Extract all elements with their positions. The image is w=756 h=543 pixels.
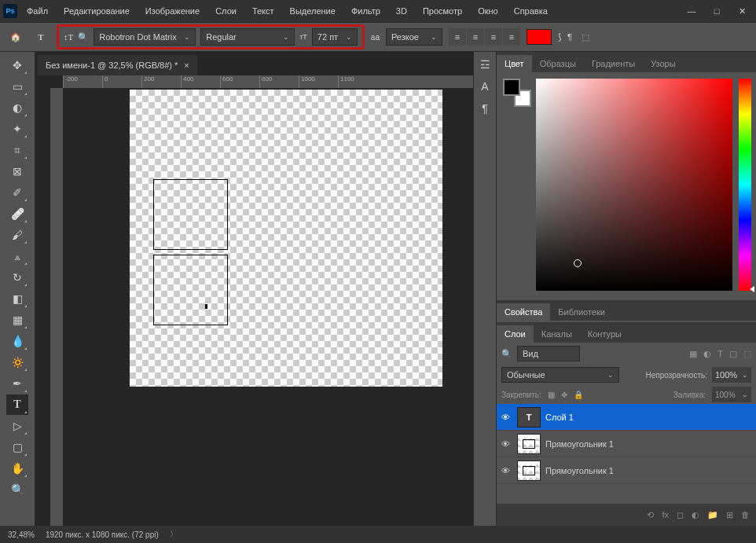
hue-slider-marker[interactable] bbox=[750, 286, 754, 292]
search-font-icon[interactable]: 🔍 bbox=[78, 32, 89, 42]
document-info[interactable]: 1920 пикс. x 1080 пикс. (72 ppi) bbox=[46, 530, 159, 539]
menu-image[interactable]: Изображение bbox=[142, 5, 203, 17]
blend-mode-dropdown[interactable]: Обычные ⌄ bbox=[501, 367, 619, 383]
menu-layers[interactable]: Слои bbox=[212, 5, 240, 17]
layer-name[interactable]: Прямоугольник 1 bbox=[545, 439, 614, 449]
wand-tool[interactable]: ✦ bbox=[6, 119, 28, 139]
layer-mask-icon[interactable]: ◻ bbox=[677, 510, 684, 520]
fg-bg-swatches[interactable] bbox=[503, 79, 531, 107]
eraser-tool[interactable]: ◧ bbox=[6, 288, 28, 309]
color-picker-cursor[interactable] bbox=[574, 259, 582, 267]
brush-tool[interactable]: 🖌 bbox=[6, 225, 28, 245]
color-field[interactable] bbox=[536, 79, 732, 291]
eye-icon[interactable]: 👁 bbox=[501, 439, 512, 449]
delete-layer-icon[interactable]: 🗑 bbox=[741, 510, 750, 519]
blur-tool[interactable]: 💧 bbox=[6, 331, 28, 351]
layer-thumbnail[interactable] bbox=[517, 460, 541, 481]
filter-smart-icon[interactable]: ⬚ bbox=[743, 349, 751, 359]
pen-tool[interactable]: ✒ bbox=[6, 373, 28, 394]
menu-text[interactable]: Текст bbox=[249, 5, 277, 17]
lock-pixels-icon[interactable]: ▦ bbox=[548, 391, 555, 399]
status-arrow-icon[interactable]: 〉 bbox=[170, 529, 178, 540]
group-icon[interactable]: 📁 bbox=[707, 510, 718, 520]
tab-swatches[interactable]: Образцы bbox=[532, 55, 584, 72]
rectangle-shape-1[interactable] bbox=[153, 179, 228, 250]
eye-icon[interactable]: 👁 bbox=[501, 466, 512, 475]
dodge-tool[interactable]: 🔅 bbox=[6, 352, 28, 372]
layer-thumbnail[interactable]: T bbox=[517, 407, 541, 427]
tool-preset-icon[interactable]: T bbox=[31, 28, 50, 46]
healing-tool[interactable]: 🩹 bbox=[6, 204, 28, 224]
close-button[interactable]: ✕ bbox=[731, 3, 753, 19]
menu-help[interactable]: Справка bbox=[511, 5, 551, 17]
shape-tool[interactable]: ▢ bbox=[6, 437, 28, 457]
filter-text-icon[interactable]: T bbox=[717, 349, 723, 359]
foreground-color[interactable] bbox=[503, 79, 520, 96]
align-center-button[interactable]: ≡ bbox=[467, 28, 484, 46]
tab-layers[interactable]: Слои bbox=[497, 325, 534, 343]
menu-3d[interactable]: 3D bbox=[393, 5, 410, 17]
tab-gradients[interactable]: Градиенты bbox=[584, 55, 643, 72]
rectangle-shape-2[interactable] bbox=[153, 255, 228, 325]
opacity-input[interactable]: 100% ⌄ bbox=[712, 367, 751, 383]
minimize-button[interactable]: — bbox=[681, 3, 703, 19]
text-orientation-icon[interactable]: ↕T bbox=[64, 32, 73, 42]
crop-tool[interactable]: ⌗ bbox=[6, 140, 28, 160]
marquee-tool[interactable]: ▭ bbox=[6, 76, 28, 97]
lasso-tool[interactable]: ◐ bbox=[6, 97, 28, 118]
canvas[interactable] bbox=[63, 88, 473, 526]
move-tool[interactable]: ✥ bbox=[6, 55, 28, 75]
hue-slider[interactable] bbox=[739, 79, 751, 291]
layer-style-icon[interactable]: fx bbox=[662, 510, 669, 519]
document-tab[interactable]: Без имени-1 @ 32,5% (RGB/8#) * × bbox=[38, 55, 197, 75]
lock-position-icon[interactable]: ✥ bbox=[561, 391, 567, 399]
gradient-tool[interactable]: ▦ bbox=[6, 310, 28, 330]
align-left-button[interactable]: ≡ bbox=[449, 28, 466, 46]
history-panel-icon[interactable]: ☲ bbox=[480, 58, 490, 71]
tab-color[interactable]: Цвет bbox=[497, 55, 532, 72]
history-brush-tool[interactable]: ↻ bbox=[6, 267, 28, 288]
tab-libraries[interactable]: Библиотеки bbox=[550, 303, 613, 321]
menu-view[interactable]: Просмотр bbox=[420, 5, 465, 17]
menu-file[interactable]: Файл bbox=[24, 5, 51, 17]
character-panel-icon[interactable]: ¶ bbox=[567, 32, 572, 42]
warp-text-icon[interactable]: ⟆ bbox=[558, 32, 561, 42]
search-icon[interactable]: 🔍 bbox=[501, 349, 512, 359]
align-right-button[interactable]: ≡ bbox=[485, 28, 502, 46]
hand-tool[interactable]: ✋ bbox=[6, 458, 28, 479]
text-color-swatch[interactable] bbox=[527, 29, 552, 45]
path-select-tool[interactable]: ▷ bbox=[6, 416, 28, 436]
font-family-dropdown[interactable]: Robotron Dot Matrix ⌄ bbox=[94, 28, 196, 46]
tab-channels[interactable]: Каналы bbox=[534, 325, 580, 343]
home-icon[interactable]: 🏠 bbox=[6, 28, 25, 46]
tab-patterns[interactable]: Узоры bbox=[643, 55, 683, 72]
layer-thumbnail[interactable] bbox=[517, 434, 541, 454]
type-tool[interactable]: T bbox=[6, 394, 28, 415]
zoom-level[interactable]: 32,48% bbox=[8, 530, 35, 539]
tab-properties[interactable]: Свойства bbox=[497, 303, 550, 321]
zoom-tool[interactable]: 🔍 bbox=[6, 479, 28, 500]
font-size-dropdown[interactable]: 72 пт ⌄ bbox=[312, 28, 358, 46]
stamp-tool[interactable]: ⟁ bbox=[6, 246, 28, 266]
layer-filter-type[interactable]: Вид bbox=[517, 346, 580, 361]
align-justify-button[interactable]: ≡ bbox=[503, 28, 520, 46]
maximize-button[interactable]: □ bbox=[706, 3, 728, 19]
3d-icon[interactable]: ⬚ bbox=[582, 32, 589, 42]
menu-filter[interactable]: Фильтр bbox=[348, 5, 384, 17]
link-layers-icon[interactable]: ⟲ bbox=[647, 510, 654, 520]
antialias-dropdown[interactable]: Резкое ⌄ bbox=[386, 28, 442, 46]
tab-paths[interactable]: Контуры bbox=[580, 325, 629, 343]
filter-shape-icon[interactable]: ▢ bbox=[729, 349, 737, 359]
font-style-dropdown[interactable]: Regular ⌄ bbox=[200, 28, 295, 46]
character-strip-icon[interactable]: A bbox=[481, 80, 488, 93]
paragraph-strip-icon[interactable]: ¶ bbox=[482, 102, 488, 115]
layer-item[interactable]: 👁 Прямоугольник 1 bbox=[497, 431, 756, 457]
lock-all-icon[interactable]: 🔒 bbox=[574, 391, 583, 399]
eye-icon[interactable]: 👁 bbox=[501, 413, 512, 422]
menu-edit[interactable]: Редактирование bbox=[61, 5, 133, 17]
filter-adjust-icon[interactable]: ◐ bbox=[703, 349, 711, 359]
layer-item[interactable]: 👁 Прямоугольник 1 bbox=[497, 457, 756, 484]
close-tab-icon[interactable]: × bbox=[184, 61, 189, 70]
adjustment-layer-icon[interactable]: ◐ bbox=[692, 510, 699, 520]
eyedropper-tool[interactable]: ✐ bbox=[6, 182, 28, 203]
